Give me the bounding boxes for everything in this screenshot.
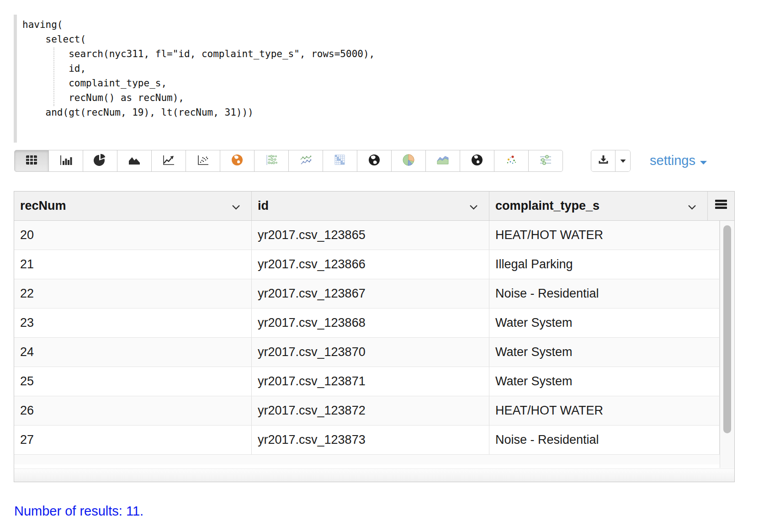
download-button[interactable] xyxy=(591,150,615,171)
code-line: select( xyxy=(22,32,562,47)
line-chart-icon xyxy=(162,154,175,168)
viz-scatter-chart-button[interactable] xyxy=(186,150,220,172)
download-icon xyxy=(597,154,610,167)
viz-globe-2-button[interactable] xyxy=(460,150,494,172)
viz-stacked-area-button[interactable] xyxy=(425,150,460,172)
viz-bar-chart-button[interactable] xyxy=(48,150,83,172)
cell-id: yr2017.csv_123871 xyxy=(252,367,489,396)
viz-button-group xyxy=(14,150,750,172)
viz-heatmap-button[interactable] xyxy=(323,150,357,172)
table-body: 20 yr2017.csv_123865 HEAT/HOT WATER 21 y… xyxy=(14,221,734,464)
viz-multi-line-button[interactable] xyxy=(288,150,323,172)
cell-id: yr2017.csv_123865 xyxy=(252,221,489,250)
table-row[interactable]: 22 yr2017.csv_123867 Noise - Residential xyxy=(14,279,734,309)
cell-recnum: 25 xyxy=(14,367,252,396)
cell-recnum: 22 xyxy=(14,279,252,308)
code-line: having( xyxy=(22,17,562,32)
bubble-matrix-icon xyxy=(265,154,278,168)
cell-complaint-type: Water System xyxy=(489,309,720,337)
viz-bubble-matrix-button[interactable] xyxy=(254,150,289,172)
partial-row xyxy=(14,455,734,464)
table-row[interactable]: 27 yr2017.csv_123873 Noise - Residential xyxy=(14,426,734,455)
results-count-text: Number of results: 11. xyxy=(14,504,143,519)
table-row[interactable]: 26 yr2017.csv_123872 HEAT/HOT WATER xyxy=(14,396,734,426)
cell-complaint-type: Water System xyxy=(489,367,720,396)
cell-recnum: 27 xyxy=(14,426,252,454)
cell-id: yr2017.csv_123870 xyxy=(252,338,489,367)
query-code-block[interactable]: having( select( search(nyc311, fl="id, c… xyxy=(14,15,562,143)
column-label: recNum xyxy=(20,199,66,213)
column-label: id xyxy=(258,199,269,213)
cell-recnum: 24 xyxy=(14,338,252,367)
parallel-coordinates-icon xyxy=(539,154,552,168)
vertical-scrollbar[interactable] xyxy=(720,221,734,468)
caret-down-icon xyxy=(700,153,707,168)
horizontal-scrollbar[interactable] xyxy=(14,468,734,482)
column-header-complaint-type[interactable]: complaint_type_s xyxy=(489,192,708,220)
visualization-toolbar: settings xyxy=(14,150,750,172)
viz-pie-chart-button[interactable] xyxy=(83,150,117,172)
cell-id: yr2017.csv_123868 xyxy=(252,309,489,337)
table-icon xyxy=(25,154,38,168)
cell-recnum: 20 xyxy=(14,221,252,250)
table-menu-button[interactable] xyxy=(708,192,734,220)
column-label: complaint_type_s xyxy=(495,199,600,213)
table-row[interactable]: 25 yr2017.csv_123871 Water System xyxy=(14,367,734,396)
code-line: complaint_type_s, xyxy=(22,76,562,90)
multi-line-chart-icon xyxy=(299,154,313,168)
cell-complaint-type: Noise - Residential xyxy=(489,279,720,308)
table-row[interactable]: 20 yr2017.csv_123865 HEAT/HOT WATER xyxy=(14,221,734,250)
results-table: recNum id complaint_type_s xyxy=(14,191,735,482)
viz-color-scatter-button[interactable] xyxy=(494,150,529,172)
cell-complaint-type: Illegal Parking xyxy=(489,250,720,279)
cell-recnum: 21 xyxy=(14,250,252,279)
viz-globe-button[interactable] xyxy=(357,150,392,172)
viz-color-pie-button[interactable] xyxy=(391,150,426,172)
cell-id: yr2017.csv_123867 xyxy=(252,279,489,308)
vertical-scrollbar-thumb[interactable] xyxy=(723,225,731,433)
viz-line-chart-button[interactable] xyxy=(151,150,186,172)
code-line: recNum() as recNum), xyxy=(22,90,562,105)
globe-dark-icon xyxy=(367,154,381,168)
heatmap-icon xyxy=(333,154,347,168)
viz-table-button[interactable] xyxy=(14,150,49,172)
cell-id: yr2017.csv_123866 xyxy=(252,250,489,279)
color-pie-chart-icon xyxy=(402,154,415,168)
table-row[interactable]: 21 yr2017.csv_123866 Illegal Parking xyxy=(14,250,734,279)
bar-chart-icon xyxy=(59,154,73,168)
cell-complaint-type: Noise - Residential xyxy=(489,426,720,454)
code-line: and(gt(recNum, 19), lt(recNum, 31))) xyxy=(22,105,562,120)
cell-complaint-type: HEAT/HOT WATER xyxy=(489,396,720,425)
table-row[interactable]: 24 yr2017.csv_123870 Water System xyxy=(14,338,734,367)
cell-recnum: 23 xyxy=(14,309,252,337)
color-scatter-icon xyxy=(504,154,518,168)
code-line: search(nyc311, fl="id, complaint_type_s"… xyxy=(22,47,562,61)
column-header-recnum[interactable]: recNum xyxy=(14,192,252,220)
pie-chart-icon xyxy=(93,154,107,168)
column-header-id[interactable]: id xyxy=(252,192,489,220)
cell-complaint-type: Water System xyxy=(489,338,720,367)
cell-id: yr2017.csv_123872 xyxy=(252,396,489,425)
viz-parallel-coordinates-button[interactable] xyxy=(528,150,563,172)
hamburger-menu-icon xyxy=(714,199,728,213)
cell-recnum: 26 xyxy=(14,396,252,425)
chevron-down-icon[interactable] xyxy=(469,199,478,213)
chevron-down-icon[interactable] xyxy=(232,199,240,213)
download-options-button[interactable] xyxy=(615,150,630,171)
globe-orange-icon xyxy=(230,154,244,168)
area-chart-icon xyxy=(127,154,141,168)
settings-link[interactable]: settings xyxy=(650,153,707,168)
globe-dark-icon xyxy=(470,154,484,168)
chevron-down-icon[interactable] xyxy=(688,199,696,213)
indent-guide xyxy=(53,48,54,106)
viz-map-orange-button[interactable] xyxy=(220,150,255,172)
settings-label: settings xyxy=(650,153,695,168)
caret-down-icon xyxy=(620,157,626,165)
code-line: id, xyxy=(22,61,562,76)
viz-area-chart-button[interactable] xyxy=(117,150,152,172)
table-header-row: recNum id complaint_type_s xyxy=(14,192,734,221)
cell-id: yr2017.csv_123873 xyxy=(252,426,489,454)
cell-complaint-type: HEAT/HOT WATER xyxy=(489,221,720,250)
download-button-group xyxy=(591,150,631,172)
table-row[interactable]: 23 yr2017.csv_123868 Water System xyxy=(14,309,734,338)
